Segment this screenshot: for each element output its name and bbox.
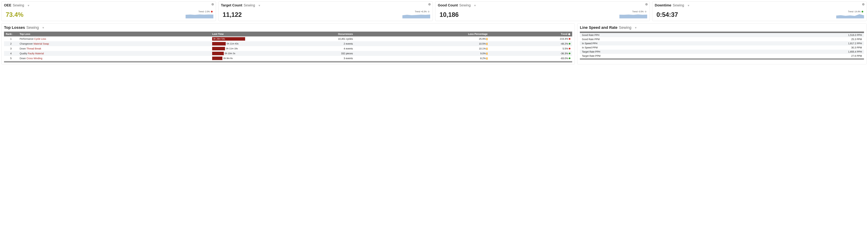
cell-lost-time: 0h 11m 43s xyxy=(210,41,247,46)
rates-table: Good Rate PPH 1,516.0 PPH Good Rate PPM … xyxy=(580,33,864,58)
rates-title: Line Speed and Rate xyxy=(580,25,617,30)
cell-occurrences: 4 events xyxy=(247,46,354,51)
info-icon[interactable] xyxy=(568,33,570,35)
table-row: In Speed PPH 1,817.2 PPH xyxy=(580,41,864,45)
status-pill-icon xyxy=(487,43,488,45)
svg-rect-14 xyxy=(569,34,569,34)
cell-rank: 1 xyxy=(4,36,18,41)
cell-loss-pct: 10.5% xyxy=(355,41,489,46)
rate-value: 1,516.0 PPH xyxy=(739,33,864,37)
sparkline-chart xyxy=(402,13,430,19)
cell-occurrences: 10,451 cycles xyxy=(247,36,354,41)
col-lost-time[interactable]: Lost Time xyxy=(210,32,247,36)
svg-rect-7 xyxy=(646,4,647,5)
sort-asc-icon: ↑ xyxy=(12,33,13,35)
kpi-scope: Sewing xyxy=(673,3,684,7)
rate-value: 1,655.4 PPH xyxy=(739,49,864,54)
kpi-card: Target Count Sewing 11,122 Trend +6.3% xyxy=(218,1,433,21)
rate-value: 30.3 PPM xyxy=(739,45,864,49)
rates-scope: Sewing xyxy=(619,25,631,30)
table-row[interactable]: 5 Down Cross Winding 0h 9m 6s 3 events 8… xyxy=(4,56,572,61)
chevron-down-icon[interactable] xyxy=(474,4,476,7)
table-row[interactable]: 2 Changeover Material Swap 0h 11m 43s 2 … xyxy=(4,41,572,46)
kpi-title: Good Count xyxy=(438,3,458,7)
status-pill-icon xyxy=(487,57,488,60)
top-losses-title: Top Losses xyxy=(4,25,25,30)
cell-top-loss: Performance Cycle Loss xyxy=(18,36,210,41)
col-occurrences[interactable]: Occurrences xyxy=(247,32,354,36)
cell-lost-time: 0h 9m 6s xyxy=(210,56,247,61)
chevron-down-icon[interactable] xyxy=(687,4,690,7)
col-rank[interactable]: Rank↑ xyxy=(4,32,18,36)
table-row: Target Rate PPM 27.6 PPM xyxy=(580,54,864,58)
info-icon[interactable] xyxy=(862,3,865,6)
cell-loss-pct: 8.2% xyxy=(355,56,489,61)
trend-dot-icon xyxy=(862,11,863,12)
trend-dot-icon xyxy=(211,11,213,12)
line-speed-rate-panel: Line Speed and Rate Sewing Good Rate PPH… xyxy=(577,24,867,64)
chevron-down-icon[interactable] xyxy=(634,26,637,29)
table-row[interactable]: 3 Down Thread Break 0h 11m 18s 4 events … xyxy=(4,46,572,51)
info-icon[interactable] xyxy=(428,3,431,6)
trend-dot-icon xyxy=(645,11,647,12)
chevron-down-icon[interactable] xyxy=(42,26,44,29)
trend-dot-icon xyxy=(569,53,570,54)
rate-label: Target Rate PPM xyxy=(580,54,739,58)
rate-label: Good Rate PPH xyxy=(580,33,739,37)
cell-loss-pct: 10.1% xyxy=(355,46,489,51)
kpi-scope: Sewing xyxy=(459,3,471,7)
kpi-card: OEE Sewing 73.4% Trend -2.0% xyxy=(1,1,216,21)
kpi-title: OEE xyxy=(4,3,11,7)
cell-lost-time: 0h 11m 18s xyxy=(210,46,247,51)
kpi-value: 10,186 xyxy=(438,11,459,19)
cell-rank: 2 xyxy=(4,41,18,46)
cell-top-loss: Down Cross Winding xyxy=(18,56,210,61)
kpi-value: 11,122 xyxy=(221,11,242,19)
status-pill-icon xyxy=(487,38,488,40)
kpi-value: 73.4% xyxy=(4,11,24,19)
col-trend[interactable]: Trend xyxy=(489,32,572,36)
status-pill-icon xyxy=(487,47,488,50)
col-top-loss[interactable]: Top Loss xyxy=(18,32,210,36)
rate-value: 27.6 PPM xyxy=(739,54,864,58)
cell-occurrences: 3 events xyxy=(247,56,354,61)
cell-rank: 4 xyxy=(4,51,18,56)
cell-rank: 5 xyxy=(4,56,18,61)
kpi-value: 0:54:37 xyxy=(655,11,678,19)
table-row[interactable]: 4 Quality Faulty Material 0h 10m 3s 332 … xyxy=(4,51,572,56)
kpi-title: Target Count xyxy=(221,3,242,7)
cell-trend: -48.2% xyxy=(489,41,572,46)
cell-trend: 219.4% xyxy=(489,36,572,41)
chevron-down-icon[interactable] xyxy=(27,4,30,7)
table-row[interactable]: 1 Performance Cycle Loss 0h 28m 54s 10,4… xyxy=(4,36,572,41)
kpi-card: Good Count Sewing 10,186 Trend -0.5% xyxy=(435,1,650,21)
cell-top-loss: Down Thread Break xyxy=(18,46,210,51)
table-row: Good Rate PPM 25.3 PPM xyxy=(580,37,864,41)
kpi-scope: Sewing xyxy=(13,3,24,7)
col-loss-pct[interactable]: Loss Percentage xyxy=(355,32,489,36)
sparkline-chart xyxy=(619,13,647,19)
cell-loss-pct: 9.0% xyxy=(355,51,489,56)
rate-label: In Speed PPM xyxy=(580,45,739,49)
kpi-card: Downtime Sewing 0:54:37 Trend -14.4% xyxy=(652,1,867,21)
horizontal-scrollbar[interactable] xyxy=(580,58,864,60)
info-icon[interactable] xyxy=(211,3,214,6)
cell-trend: 5.5% xyxy=(489,46,572,51)
cell-trend: -83.0% xyxy=(489,56,572,61)
cell-occurrences: 332 pieces xyxy=(247,51,354,56)
trend-dot-icon xyxy=(569,38,570,40)
top-losses-scope: Sewing xyxy=(26,25,39,30)
chevron-down-icon[interactable] xyxy=(258,4,260,7)
sparkline-chart xyxy=(836,13,864,19)
horizontal-scrollbar[interactable] xyxy=(4,61,572,63)
kpi-trend-label: Trend -0.5% xyxy=(632,10,644,13)
rate-label: Target Rate PPH xyxy=(580,49,739,54)
rate-label: In Speed PPH xyxy=(580,41,739,45)
rate-label: Good Rate PPM xyxy=(580,37,739,41)
sparkline-chart xyxy=(186,13,213,19)
kpi-trend-label: Trend -2.0% xyxy=(198,10,210,13)
cell-lost-time: 0h 28m 54s xyxy=(210,36,247,41)
trend-dot-icon xyxy=(428,11,430,12)
svg-rect-4 xyxy=(429,4,430,5)
info-icon[interactable] xyxy=(645,3,648,6)
